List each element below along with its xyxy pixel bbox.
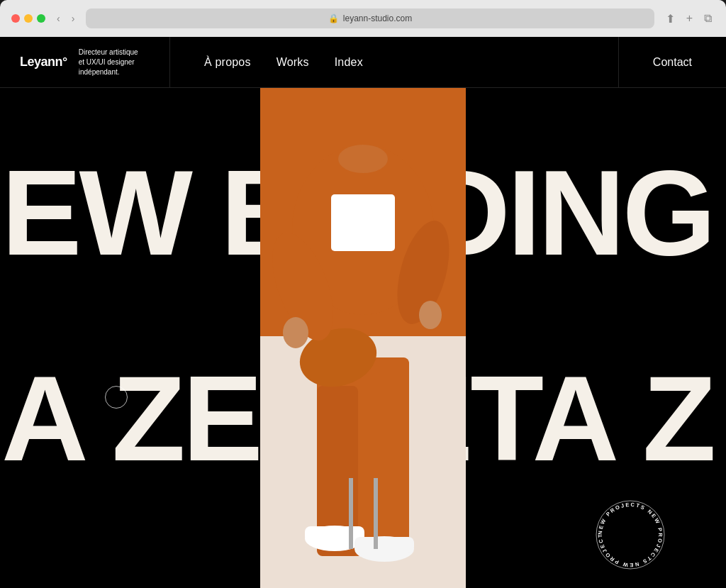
cursor-circle [105, 386, 128, 409]
hero-image-container [260, 88, 466, 588]
new-tab-button[interactable]: + [683, 11, 696, 27]
nav-link-works[interactable]: Works [277, 56, 309, 69]
browser-back-button[interactable]: ‹ [54, 11, 63, 26]
share-button[interactable]: ⬆ [663, 11, 678, 27]
svg-point-17 [419, 301, 442, 329]
minimize-button[interactable] [24, 14, 33, 23]
maximize-button[interactable] [37, 14, 45, 23]
nav-links: À propos Works Index [170, 37, 619, 87]
brand-tagline: Directeur artistique et UX/UI designer i… [79, 48, 150, 77]
nav-link-apropos[interactable]: À propos [204, 56, 251, 69]
nav-link-index[interactable]: Index [335, 56, 363, 69]
nav-link-contact[interactable]: Contact [653, 56, 692, 69]
tabs-button[interactable]: ⧉ [701, 11, 715, 27]
navigation: Leyann° Directeur artistique et UX/UI de… [0, 37, 726, 88]
circular-text-badge[interactable]: NEW PROJECTS NEW PROJECTS NEW PROJECTS [591, 496, 669, 574]
browser-action-buttons: ⬆ + ⧉ [663, 11, 715, 27]
svg-point-19 [596, 501, 664, 569]
close-button[interactable] [11, 14, 20, 23]
hero-section: EW B DING A ZET ETA Z [0, 88, 726, 588]
svg-point-16 [283, 317, 308, 348]
svg-rect-12 [349, 478, 353, 549]
svg-rect-13 [374, 478, 378, 549]
svg-rect-3 [331, 194, 395, 251]
fashion-figure-svg [260, 88, 466, 588]
lock-icon: 🔒 [328, 13, 339, 23]
traffic-lights [11, 14, 45, 23]
nav-contact-area: Contact [619, 37, 726, 87]
brand-area: Leyann° Directeur artistique et UX/UI de… [0, 37, 170, 87]
browser-forward-button[interactable]: › [69, 11, 78, 26]
hero-text-left-1: EW B [1, 157, 305, 268]
url-text: leyann-studio.com [343, 13, 412, 23]
svg-text:NEW PROJECTS  NEW PROJECTS  NE: NEW PROJECTS NEW PROJECTS NEW PROJECTS [591, 496, 664, 568]
website: Leyann° Directeur artistique et UX/UI de… [0, 37, 726, 588]
hero-image [260, 88, 466, 588]
svg-point-18 [338, 145, 388, 173]
hero-text-right-1: DING [423, 157, 713, 268]
circular-text-svg: NEW PROJECTS NEW PROJECTS NEW PROJECTS [591, 496, 669, 574]
browser-chrome: ‹ › 🔒 leyann-studio.com ⬆ + ⧉ [0, 0, 726, 37]
svg-rect-11 [354, 537, 414, 553]
brand-name[interactable]: Leyann° [20, 55, 67, 70]
address-bar[interactable]: 🔒 leyann-studio.com [86, 9, 654, 28]
browser-nav-controls: ‹ › [54, 11, 77, 26]
